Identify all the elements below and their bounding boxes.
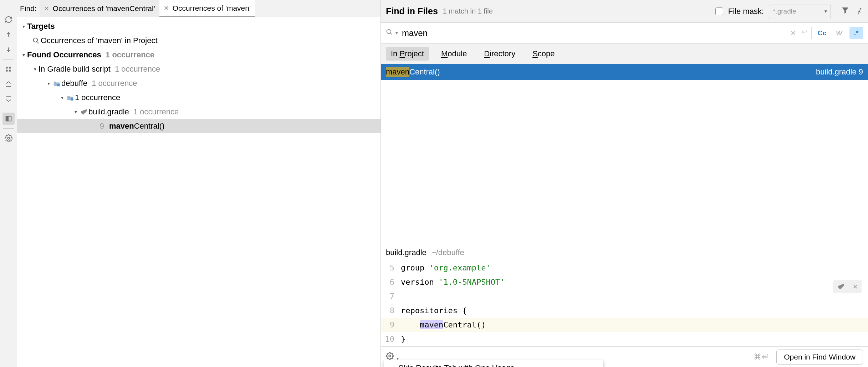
close-icon[interactable]: ✕	[44, 5, 49, 12]
clear-icon[interactable]: ✕	[790, 29, 796, 37]
code-preview[interactable]: 5 group 'org.example' 6 version '1.0-SNA…	[381, 261, 868, 346]
find-in-files-dialog: Find in Files 1 match in 1 file File mas…	[381, 0, 868, 367]
group-icon[interactable]	[2, 63, 15, 75]
line-number: 9	[87, 122, 104, 131]
chevron-down-icon[interactable]: ▾	[20, 52, 27, 58]
search-icon	[31, 37, 41, 44]
case-sensitive-toggle[interactable]: Cc	[815, 27, 829, 39]
tree-count: 1 occurrence	[115, 64, 160, 74]
close-icon[interactable]: ✕	[164, 4, 169, 12]
find-tab-mavencentral[interactable]: ✕ Occurrences of 'mavenCentral'	[40, 0, 159, 17]
settings-icon[interactable]	[2, 132, 15, 144]
dialog-title: Find in Files	[386, 6, 438, 16]
find-header: Find: ✕ Occurrences of 'mavenCentral' ✕ …	[17, 0, 381, 17]
search-row: ▼ ✕ Cc W .*	[381, 23, 868, 43]
svg-point-11	[389, 355, 391, 357]
gutter-line: 10	[381, 332, 401, 346]
scope-scope[interactable]: Scope	[527, 47, 560, 61]
svg-rect-3	[9, 70, 10, 72]
tree-node-category[interactable]: ▾ In Gradle build script 1 occurrence	[17, 62, 381, 76]
match-text: maven	[109, 122, 134, 131]
result-row[interactable]: mavenCentral() build.gradle 9	[381, 64, 868, 80]
tree-label: build.gradle	[88, 107, 129, 117]
tree-node-match[interactable]: 9 mavenCentral()	[17, 119, 381, 133]
tree-count: 1 occurrence	[133, 107, 179, 117]
open-in-find-window-button[interactable]: Open in Find Window	[776, 350, 863, 365]
preview-icon[interactable]	[2, 113, 15, 125]
left-toolbar	[0, 0, 17, 367]
svg-point-10	[387, 30, 391, 34]
gear-popup: Skip Results Tab with One Usage ✓ Open R…	[384, 360, 603, 367]
gutter-line: 6	[381, 275, 401, 289]
chevron-down-icon[interactable]: ▾	[72, 109, 79, 115]
tree-label: Found Occurrences	[27, 50, 101, 60]
gutter-line: 5	[381, 261, 401, 275]
preview-path: ~/debuffe	[432, 248, 464, 257]
chevron-down-icon[interactable]: ▼	[394, 30, 399, 36]
gradle-icon	[79, 109, 88, 115]
svg-rect-0	[6, 67, 7, 68]
result-match-rest: Central()	[409, 67, 440, 77]
tree-count: 1 occurrence	[75, 93, 120, 102]
search-icon	[386, 29, 393, 37]
svg-rect-9	[71, 98, 73, 101]
find-panel: Find: ✕ Occurrences of 'mavenCentral' ✕ …	[17, 0, 381, 367]
tree-label: Occurrences of 'maven' in Project	[41, 36, 158, 45]
scope-directory[interactable]: Directory	[479, 47, 520, 61]
file-mask-label: File mask:	[728, 7, 764, 16]
tree-node-module[interactable]: ▾ 1 occurrence	[17, 91, 381, 105]
search-input[interactable]	[402, 28, 790, 38]
preview-file: build.gradle	[386, 248, 427, 257]
tree-node-targets[interactable]: ▾ Targets	[17, 19, 381, 33]
find-label: Find:	[20, 4, 37, 13]
expand-all-icon[interactable]	[2, 78, 15, 90]
toolbar-separator	[3, 59, 14, 60]
scope-row: In Project Module Directory Scope	[381, 43, 868, 64]
tree-node-file[interactable]: ▾ build.gradle 1 occurrence	[17, 105, 381, 119]
tab-label: Occurrences of 'maven'	[173, 4, 251, 12]
dialog-header: Find in Files 1 match in 1 file File mas…	[381, 0, 868, 23]
tree-label: In Gradle build script	[39, 64, 111, 74]
chevron-down-icon[interactable]: ▼	[821, 5, 831, 18]
regex-toggle[interactable]: .*	[849, 27, 863, 39]
collapse-all-icon[interactable]	[2, 93, 15, 105]
toolbar-separator	[3, 128, 14, 129]
tree-node-project[interactable]: ▾ debuffe 1 occurrence	[17, 76, 381, 91]
whole-word-toggle[interactable]: W	[832, 27, 846, 39]
result-file-label: build.gradle 9	[816, 67, 863, 77]
separator	[811, 27, 812, 39]
pin-icon[interactable]	[854, 6, 863, 16]
tree-node-search-desc[interactable]: Occurrences of 'maven' in Project	[17, 33, 381, 48]
chevron-down-icon[interactable]: ▾	[31, 66, 39, 72]
chevron-down-icon[interactable]: ▾	[45, 81, 52, 86]
file-mask-checkbox[interactable]	[715, 7, 723, 15]
tree-count: 1 occurrence	[106, 50, 154, 60]
results-tree: ▾ Targets Occurrences of 'maven' in Proj…	[17, 17, 381, 367]
arrow-up-icon[interactable]	[2, 29, 15, 41]
folder-icon	[66, 94, 75, 101]
gradle-reload-inlay[interactable]: ✕	[833, 280, 862, 293]
file-mask-input[interactable]: *.gradle	[769, 5, 822, 18]
newline-icon[interactable]	[800, 29, 808, 37]
tree-node-found[interactable]: ▾ Found Occurrences 1 occurrence	[17, 48, 381, 62]
scope-in-project[interactable]: In Project	[386, 47, 429, 61]
chevron-down-icon[interactable]: ▾	[58, 95, 66, 100]
svg-rect-1	[9, 67, 10, 68]
toolbar-separator	[3, 109, 14, 109]
refresh-icon[interactable]	[2, 14, 15, 26]
shortcut-hint: ⌘⏎	[754, 352, 768, 362]
result-match-highlight: maven	[386, 67, 409, 77]
svg-rect-5	[6, 116, 9, 121]
svg-rect-8	[57, 84, 60, 87]
dialog-subtitle: 1 match in 1 file	[443, 7, 493, 15]
chevron-down-icon[interactable]: ▾	[20, 24, 27, 29]
arrow-down-icon[interactable]	[2, 43, 15, 56]
svg-rect-2	[6, 70, 7, 72]
find-tab-maven[interactable]: ✕ Occurrences of 'maven'	[159, 0, 255, 17]
match-text: Central()	[134, 122, 165, 131]
close-icon[interactable]: ✕	[853, 279, 858, 294]
svg-point-7	[34, 38, 38, 42]
filter-icon[interactable]	[841, 6, 849, 16]
scope-module[interactable]: Module	[436, 47, 472, 61]
popup-skip-results[interactable]: Skip Results Tab with One Usage	[384, 360, 603, 367]
